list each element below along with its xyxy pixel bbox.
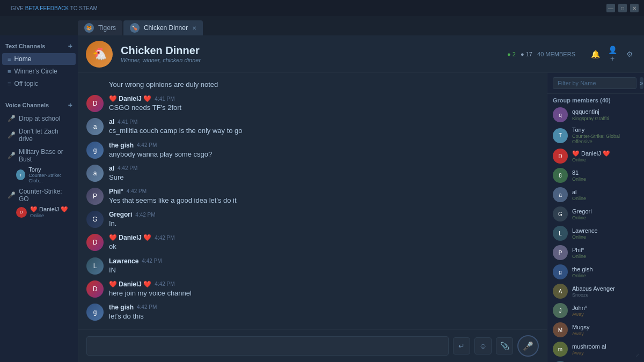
top-bar: GIVE BETA FEEDBACK TO STEAM — □ ✕	[0, 0, 644, 16]
settings-button[interactable]: ⚙	[623, 48, 636, 61]
add-voice-channel-button[interactable]: +	[68, 101, 72, 109]
chicken-dinner-tab-label: Chicken Dinner	[144, 24, 188, 32]
group-name-header: Chicken Dinner	[121, 45, 499, 57]
microphone-button[interactable]: 🎤	[517, 335, 539, 357]
list-item[interactable]: L Lawrence Online	[547, 224, 644, 243]
avatar: g	[553, 264, 568, 279]
message-content: Gregori 4:42 PM In.	[109, 211, 539, 228]
list-item[interactable]: D ❤️ DanielJ ❤️ Online	[547, 146, 644, 166]
close-tab-icon[interactable]: ✕	[192, 25, 196, 31]
total-members: 40 MEMBERS	[537, 51, 575, 57]
member-status: Online	[572, 234, 598, 240]
beta-feedback-link[interactable]: BETA FEEDBACK	[25, 5, 69, 11]
message-author: Lawrence	[109, 257, 138, 265]
message-header: ❤️ DanielJ ❤️ 4:41 PM	[109, 95, 539, 102]
chat-wrapper: 🐔 Chicken Dinner Winner, winner, chicken…	[78, 35, 644, 362]
header-info: Chicken Dinner Winner, winner, chicken d…	[121, 45, 499, 63]
tony-name: Tony	[28, 166, 70, 173]
sidebar: Text Channels + ≡ Home ≡ Winner's Circle…	[0, 35, 78, 362]
list-icon-2: ≡	[8, 68, 11, 75]
voice-channel-dont-let-zach[interactable]: 🎤 Don't let Zach drive	[2, 125, 76, 145]
microphone-icon-5: 🎤	[8, 191, 16, 199]
attachment-button[interactable]: 📎	[496, 337, 513, 354]
member-name: al	[572, 189, 586, 196]
al-avatar-2: a	[86, 165, 104, 182]
list-item[interactable]: P Phil° Online	[547, 243, 644, 262]
danielj-avatar: D	[86, 95, 104, 112]
member-name: Mugsy	[572, 324, 589, 331]
tab-chicken-dinner[interactable]: 🍗 Chicken Dinner ✕	[123, 20, 203, 35]
add-text-channel-button[interactable]: +	[68, 42, 72, 50]
microphone-icon-2: 🎤	[8, 131, 16, 139]
voice-channel-military-base[interactable]: 🎤 Military Base or Bust T Tony Counter-S…	[2, 146, 76, 184]
channel-winners-circle[interactable]: ≡ Winner's Circle	[2, 65, 76, 77]
member-status: Online	[572, 273, 593, 278]
channel-home[interactable]: ≡ Home	[2, 53, 76, 65]
list-item[interactable]: 8 81 Online	[547, 166, 644, 185]
add-friend-button[interactable]: 👤+	[606, 48, 619, 61]
group-tagline-header: Winner, winner, chicken dinner	[121, 57, 499, 63]
send-button[interactable]: ↵	[453, 337, 470, 354]
list-item[interactable]: T Tony Counter-Strike: Global Offensive	[547, 124, 644, 146]
voice-channels-header: Voice Channels +	[0, 99, 78, 112]
message-header: Gregori 4:42 PM	[109, 211, 539, 218]
message-content: ❤️ DanielJ ❤️ 4:42 PM here join my voice…	[109, 280, 539, 298]
list-item[interactable]: m mushroom al Away	[547, 339, 644, 359]
message-author: Phil°	[109, 188, 123, 195]
member-status: Online	[572, 254, 586, 259]
chat-input-area: ↵ ☺ 📎 🎤	[78, 329, 547, 362]
list-item[interactable]: A Abacus Avenger Snooze	[547, 282, 644, 301]
list-item[interactable]: M Mugsy Away	[547, 320, 644, 339]
list-item[interactable]: r rhueben° Away	[547, 359, 644, 362]
chat-input[interactable]	[86, 336, 449, 356]
maximize-button[interactable]: □	[618, 4, 627, 12]
list-item[interactable]: a al Online	[547, 185, 644, 204]
message-row: D ❤️ DanielJ ❤️ 4:42 PM here join my voi…	[86, 279, 539, 300]
voice-channel-drop-at-school[interactable]: 🎤 Drop at school	[2, 113, 76, 124]
message-text: ok	[109, 242, 539, 252]
avatar: m	[553, 342, 568, 357]
voice-channel-counter-strike[interactable]: 🎤 Counter-Strike: GO D ❤️ DanielJ ❤️ Onl…	[2, 186, 76, 219]
message-time: 4:41 PM	[155, 96, 174, 102]
member-list-scroll: q qqquentinj Kingspray Graffiti T Tony C…	[547, 105, 644, 362]
member-status: Snooze	[572, 292, 615, 298]
list-item[interactable]: q qqquentinj Kingspray Graffiti	[547, 105, 644, 124]
notifications-button[interactable]: 🔔	[589, 48, 602, 61]
voice-channels-section: Voice Channels + 🎤 Drop at school 🎤 Don'…	[0, 94, 78, 225]
message-header: al 4:41 PM	[109, 118, 539, 125]
member-name: 81	[572, 169, 586, 176]
emoji-button[interactable]: ☺	[474, 337, 492, 354]
message-header: Lawrence 4:42 PM	[109, 257, 539, 265]
message-header: the gish 4:42 PM	[109, 142, 539, 149]
message-row: G Gregori 4:42 PM In.	[86, 209, 539, 230]
message-author: the gish	[109, 142, 134, 149]
message-row: g the gish 4:42 PM let's do this	[86, 302, 539, 323]
expand-button[interactable]: »	[640, 77, 643, 89]
message-row: L Lawrence 4:42 PM IN	[86, 256, 539, 277]
member-status: Online	[572, 176, 586, 182]
danielj-avatar-3: D	[86, 280, 104, 298]
avatar: a	[553, 187, 568, 202]
close-button[interactable]: ✕	[630, 4, 639, 12]
phil-avatar: P	[86, 188, 104, 205]
list-item[interactable]: J John° Away	[547, 301, 644, 320]
channel-off-topic-label: Off topic	[14, 80, 38, 87]
message-content: ❤️ DanielJ ❤️ 4:42 PM ok	[109, 234, 539, 252]
text-channels-section: Text Channels + ≡ Home ≡ Winner's Circle…	[0, 35, 78, 94]
channel-off-topic[interactable]: ≡ Off topic	[2, 78, 76, 90]
message-row: g the gish 4:42 PM anybody wanna play so…	[86, 140, 539, 161]
message-time: 4:42 PM	[118, 165, 137, 171]
message-header: ❤️ DanielJ ❤️ 4:42 PM	[109, 280, 539, 288]
message-content: ❤️ DanielJ ❤️ 4:41 PM CSGO needs TF's 2f…	[109, 95, 539, 113]
resize-handle[interactable]: ⟋	[634, 351, 641, 359]
list-item[interactable]: g the gish Online	[547, 262, 644, 282]
voice-member-tony: T Tony Counter-Strike: Glob...	[2, 165, 76, 184]
minimize-button[interactable]: —	[606, 4, 615, 12]
member-filter-input[interactable]	[553, 77, 636, 89]
list-item[interactable]: G Gregori Online	[547, 204, 644, 224]
group-header-avatar: 🐔	[86, 41, 113, 68]
danielj-sidebar-status: Online	[30, 213, 68, 218]
message-row: D ❤️ DanielJ ❤️ 4:42 PM ok	[86, 232, 539, 253]
voice-channel-military-label: Military Base or Bust	[19, 148, 70, 163]
tab-tigers[interactable]: 🐯 Tigers	[78, 20, 122, 35]
